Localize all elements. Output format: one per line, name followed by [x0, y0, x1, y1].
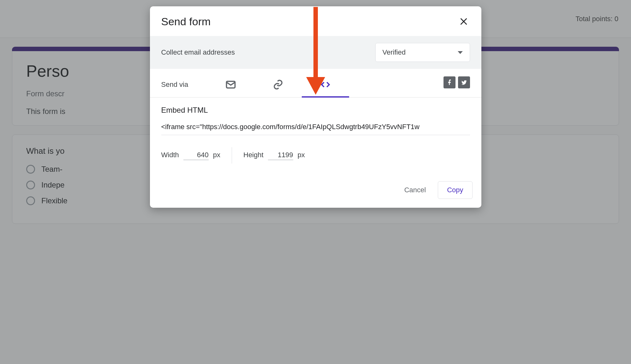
modal-actions: Cancel Copy	[150, 176, 481, 208]
send-via-label: Send via	[161, 81, 188, 89]
twitter-icon	[461, 79, 467, 86]
tab-embed[interactable]	[302, 72, 349, 97]
collect-email-label: Collect email addresses	[161, 48, 235, 57]
close-icon	[460, 17, 468, 26]
modal-title: Send form	[161, 15, 211, 28]
dimensions-row: Width px Height px	[150, 138, 481, 176]
width-input[interactable]	[183, 151, 209, 160]
mail-icon	[225, 79, 236, 90]
cancel-button[interactable]: Cancel	[399, 182, 431, 198]
copy-button[interactable]: Copy	[438, 181, 472, 199]
embed-html-label: Embed HTML	[161, 106, 470, 115]
send-via-row: Send via	[150, 69, 481, 98]
link-icon	[272, 79, 284, 90]
px-label: px	[298, 151, 305, 159]
divider	[232, 147, 232, 164]
code-icon	[320, 79, 331, 90]
collect-email-row: Collect email addresses Verified	[150, 36, 481, 69]
close-button[interactable]	[457, 15, 470, 28]
share-facebook-button[interactable]	[443, 76, 455, 88]
height-label: Height	[243, 151, 264, 159]
facebook-icon	[446, 79, 453, 86]
send-form-modal: Send form Collect email addresses Verifi…	[150, 6, 481, 208]
embed-panel: Embed HTML	[150, 98, 481, 138]
select-value: Verified	[383, 48, 406, 57]
chevron-down-icon	[458, 51, 463, 54]
collect-email-select[interactable]: Verified	[375, 43, 470, 62]
px-label: px	[213, 151, 220, 159]
width-label: Width	[161, 151, 179, 159]
embed-code-input[interactable]	[161, 120, 470, 135]
tab-email[interactable]	[207, 72, 254, 97]
social-share	[443, 76, 470, 93]
share-twitter-button[interactable]	[458, 76, 470, 88]
tab-link[interactable]	[254, 72, 302, 97]
height-input[interactable]	[268, 151, 293, 160]
